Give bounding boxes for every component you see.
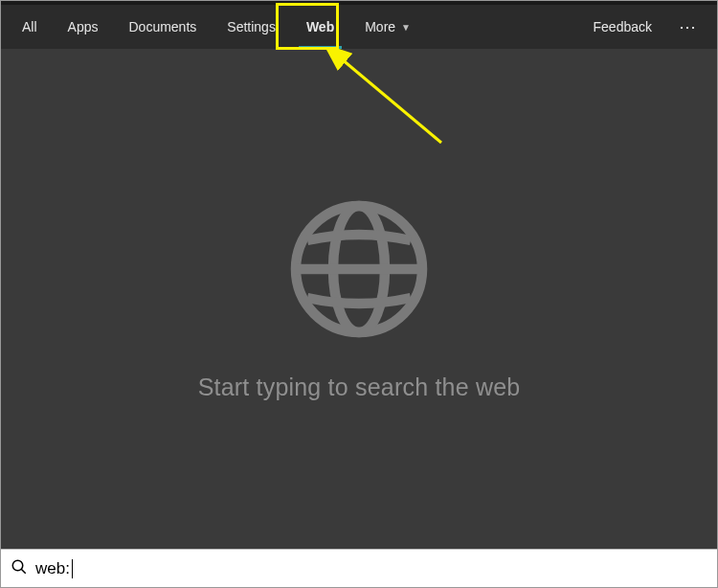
tab-more[interactable]: More ▼	[349, 5, 426, 49]
tab-settings[interactable]: Settings	[212, 5, 291, 49]
search-window: All Apps Documents Settings Web More ▼ F…	[0, 0, 718, 588]
text-caret	[72, 559, 73, 578]
filter-tabbar: All Apps Documents Settings Web More ▼ F…	[1, 5, 717, 49]
search-input[interactable]: web:	[35, 559, 73, 578]
svg-line-4	[21, 569, 26, 574]
tab-documents[interactable]: Documents	[113, 5, 212, 49]
chevron-down-icon: ▼	[401, 22, 411, 33]
more-options-button[interactable]: ⋯	[665, 16, 711, 37]
globe-icon	[287, 197, 431, 341]
main-content: Start typing to search the web	[1, 49, 717, 549]
search-input-value: web:	[35, 559, 70, 578]
search-prompt: Start typing to search the web	[198, 373, 521, 401]
svg-point-3	[12, 560, 23, 571]
search-bar[interactable]: web:	[1, 549, 717, 587]
feedback-button[interactable]: Feedback	[580, 19, 665, 34]
tab-all[interactable]: All	[7, 5, 53, 49]
tab-more-label: More	[365, 19, 395, 34]
search-icon	[11, 558, 28, 579]
tab-apps[interactable]: Apps	[53, 5, 114, 49]
tab-web[interactable]: Web	[291, 5, 349, 49]
